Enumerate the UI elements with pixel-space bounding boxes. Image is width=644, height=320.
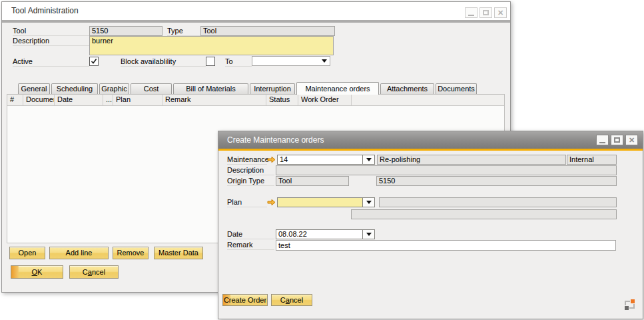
tab-scheduling[interactable]: Scheduling (51, 83, 98, 94)
title-bar[interactable]: Tool Administration ✕ (2, 2, 510, 20)
open-button[interactable]: Open (9, 247, 45, 259)
col-header-remark: Remark (162, 95, 266, 105)
col-header-number: # (7, 95, 23, 105)
type-label: Type (167, 26, 200, 36)
close-button[interactable]: ✕ (494, 7, 507, 18)
to-date-value (252, 57, 318, 65)
maintenance-kind-field: Internal (567, 155, 617, 165)
plan-dropdown[interactable] (277, 197, 375, 207)
minimize-icon (599, 142, 605, 143)
dialog-maximize-button[interactable] (611, 135, 623, 145)
plan-value (278, 198, 362, 207)
to-date-dropdown[interactable] (252, 56, 330, 66)
origin-code-field: 5150 (376, 176, 617, 186)
active-checkbox[interactable] (89, 57, 99, 66)
type-field: Tool (200, 26, 335, 36)
plan-extra-field (351, 209, 617, 219)
chevron-down-icon (362, 155, 374, 164)
close-icon: ✕ (629, 137, 635, 144)
maintenance-value: 14 (278, 155, 362, 164)
minimize-icon (468, 15, 474, 16)
chevron-down-icon (318, 57, 330, 65)
dialog-minimize-button[interactable] (596, 135, 609, 145)
add-line-button[interactable]: Add line (49, 247, 109, 259)
dialog-title-bar[interactable]: Create Maintenance orders ✕ (218, 131, 643, 149)
remark-field[interactable]: test (276, 240, 616, 251)
block-availability-checkbox[interactable] (206, 57, 215, 66)
col-header-ellipsis: ... (103, 95, 113, 105)
col-header-filler (352, 95, 504, 105)
ok-button[interactable]: OK (11, 265, 63, 279)
check-icon (91, 58, 97, 65)
tool-label: Tool (13, 26, 89, 36)
dialog-description-label: Description (227, 165, 274, 175)
active-label: Active (13, 57, 89, 67)
maintenance-description-field: Re-polishing (377, 155, 566, 165)
default-button-stripe (11, 266, 19, 278)
col-header-document: Document (23, 95, 55, 105)
date-label: Date (227, 229, 274, 239)
dialog-close-button[interactable]: ✕ (625, 135, 638, 145)
resize-bracket-bottom-right (629, 304, 635, 309)
tab-general[interactable]: General (18, 83, 50, 94)
resize-square-dark (625, 306, 629, 310)
tool-field: 5150 (89, 26, 162, 36)
create-maintenance-orders-dialog: Create Maintenance orders ✕ Maintenance … (218, 131, 643, 319)
table-header-row: # Document Date ... Plan Remark Status W… (7, 95, 504, 106)
cancel-button[interactable]: Cancel (69, 265, 119, 279)
window-title: Tool Administration (11, 2, 79, 20)
col-header-work-order: Work Order (298, 95, 352, 105)
remove-button[interactable]: Remove (113, 247, 149, 259)
dialog-description-field (276, 165, 617, 175)
tab-graphic[interactable]: Graphic (99, 83, 129, 94)
chevron-down-icon (362, 230, 374, 239)
maximize-icon (614, 137, 620, 143)
master-data-button[interactable]: Master Data (154, 247, 203, 259)
titlebar-separator (2, 20, 510, 23)
remark-label: Remark (227, 240, 274, 250)
accent-line (218, 149, 643, 151)
to-label: To (225, 57, 252, 67)
maintenance-dropdown[interactable]: 14 (277, 155, 375, 165)
tab-maintenance-orders[interactable]: Maintenance orders (296, 82, 379, 95)
description-label: Description (13, 36, 89, 46)
link-arrow-icon[interactable] (267, 199, 276, 206)
maintenance-label: Maintenance (227, 155, 267, 165)
date-value: 08.08.22 (276, 230, 362, 239)
chevron-down-icon (362, 198, 374, 207)
block-availability-label: Block availablility (121, 57, 206, 67)
dialog-cancel-button[interactable]: Cancel (271, 294, 312, 306)
tab-bill-of-materials[interactable]: Bill of Materials (173, 83, 248, 94)
tab-attachments[interactable]: Attachments (380, 83, 434, 94)
tab-cost[interactable]: Cost (131, 83, 172, 94)
maximize-icon (483, 10, 489, 15)
origin-type-field: Tool (276, 176, 349, 186)
form-resize-icon[interactable] (625, 299, 635, 310)
create-order-button[interactable]: Create Order (222, 294, 268, 306)
link-arrow-icon[interactable] (267, 156, 276, 163)
origin-type-label: Origin Type (227, 176, 274, 186)
tab-documents[interactable]: Documents (436, 83, 477, 94)
plan-description-field (379, 197, 617, 207)
col-header-status: Status (266, 95, 298, 105)
col-header-plan: Plan (113, 95, 162, 105)
dialog-title: Create Maintenance orders (227, 131, 324, 149)
plan-label: Plan (227, 197, 267, 207)
close-icon: ✕ (497, 9, 503, 17)
description-field[interactable]: burner (89, 36, 334, 55)
maximize-button[interactable] (480, 7, 492, 18)
tab-interruption[interactable]: Interruption (250, 83, 295, 94)
date-dropdown[interactable]: 08.08.22 (276, 229, 375, 239)
col-header-date: Date (55, 95, 103, 105)
resize-square-orange (631, 299, 635, 303)
minimize-button[interactable] (465, 7, 478, 18)
